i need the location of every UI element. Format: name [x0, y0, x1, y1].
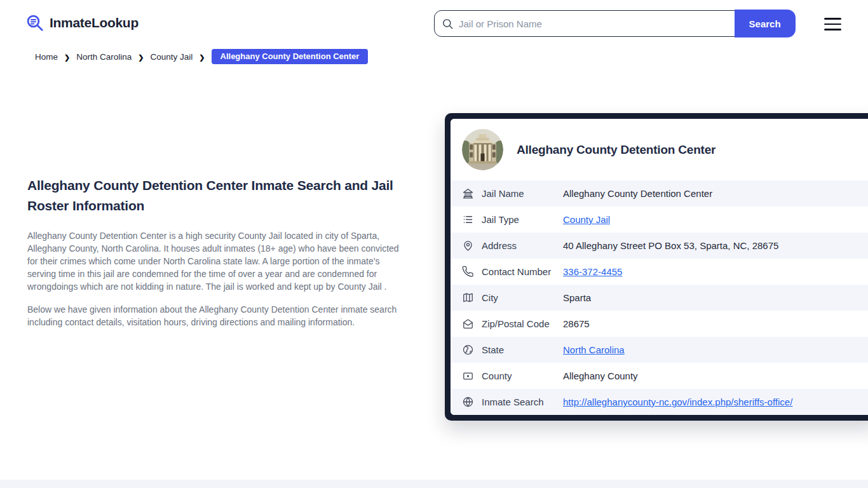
row-value: Alleghany County: [563, 370, 638, 381]
table-row: CountyAlleghany County: [451, 363, 868, 389]
chevron-right-icon: ❯: [64, 53, 70, 61]
row-value: 336-372-4455: [563, 266, 622, 277]
chevron-right-icon: ❯: [138, 53, 144, 61]
brand-logo[interactable]: InmateLookup: [25, 13, 139, 32]
info-paragraph: Below we have given information about th…: [27, 303, 403, 329]
row-label: County: [482, 370, 563, 381]
row-value: Alleghany County Detention Center: [563, 188, 712, 199]
globe-icon: [462, 396, 474, 408]
envelope-open-icon: [462, 318, 474, 330]
phone-icon: [462, 266, 474, 278]
breadcrumb-link[interactable]: Home: [35, 52, 58, 62]
row-value-link[interactable]: http://alleghanycounty-nc.gov/index.php/…: [563, 396, 792, 407]
inmatelookup-magnifier-icon: [25, 13, 44, 32]
table-row: Inmate Searchhttp://alleghanycounty-nc.g…: [451, 389, 868, 415]
search-icon: [442, 18, 454, 30]
article: Alleghany County Detention Center Inmate…: [27, 175, 403, 329]
footer-strip: [0, 480, 868, 488]
row-value-link[interactable]: North Carolina: [563, 344, 625, 355]
row-label: Jail Type: [482, 214, 563, 225]
card-header: Alleghany County Detention Center: [451, 119, 868, 180]
table-row: CitySparta: [451, 285, 868, 311]
county-map-icon: [462, 370, 474, 382]
map-pin-icon: [462, 240, 474, 252]
brand-name: InmateLookup: [50, 15, 139, 30]
row-value-link[interactable]: County Jail: [563, 214, 610, 225]
jail-info-table: Jail NameAlleghany County Detention Cent…: [451, 180, 868, 415]
row-label: Contact Number: [482, 266, 563, 277]
row-value: County Jail: [563, 214, 610, 225]
page-title: Alleghany County Detention Center Inmate…: [27, 175, 403, 216]
jail-photo: [462, 129, 503, 170]
row-label: Zip/Postal Code: [482, 318, 563, 329]
row-value-link[interactable]: 336-372-4455: [563, 266, 622, 277]
row-label: State: [482, 344, 563, 355]
table-row: Zip/Postal Code28675: [451, 311, 868, 337]
table-row: Contact Number336-372-4455: [451, 259, 868, 285]
row-label: City: [482, 292, 563, 303]
row-label: Address: [482, 240, 563, 251]
globe-americas-icon: [462, 344, 474, 356]
chevron-right-icon: ❯: [199, 53, 205, 61]
intro-paragraph: Alleghany County Detention Center is a h…: [27, 229, 403, 293]
breadcrumb-link[interactable]: County Jail: [151, 52, 193, 62]
menu-icon[interactable]: [824, 18, 841, 30]
bank-icon: [462, 187, 474, 200]
breadcrumb: Home❯North Carolina❯County Jail❯Alleghan…: [35, 49, 368, 64]
row-value: http://alleghanycounty-nc.gov/index.php/…: [563, 396, 792, 407]
table-row: StateNorth Carolina: [451, 337, 868, 363]
row-value: 28675: [563, 318, 590, 329]
search-bar: Search: [434, 10, 795, 37]
table-row: Address40 Alleghany Street PO Box 53, Sp…: [451, 233, 868, 259]
table-row: Jail TypeCounty Jail: [451, 207, 868, 233]
row-value: North Carolina: [563, 344, 625, 355]
page: InmateLookup Search Home❯North Carolina❯…: [0, 0, 868, 488]
table-row: Jail NameAlleghany County Detention Cent…: [451, 180, 868, 207]
row-label: Jail Name: [482, 188, 563, 199]
list-icon: [462, 214, 474, 226]
breadcrumb-current: Alleghany County Detention Center: [212, 49, 369, 64]
map-icon: [462, 292, 474, 304]
row-value: Sparta: [563, 292, 591, 303]
card-title: Alleghany County Detention Center: [517, 143, 715, 157]
row-value: 40 Alleghany Street PO Box 53, Sparta, N…: [563, 240, 778, 251]
breadcrumb-link[interactable]: North Carolina: [76, 52, 132, 62]
search-button[interactable]: Search: [735, 10, 796, 37]
row-label: Inmate Search: [482, 396, 563, 407]
jail-info-card: Alleghany County Detention Center Jail N…: [445, 113, 868, 421]
jail-info-card-inner: Alleghany County Detention Center Jail N…: [451, 119, 868, 415]
